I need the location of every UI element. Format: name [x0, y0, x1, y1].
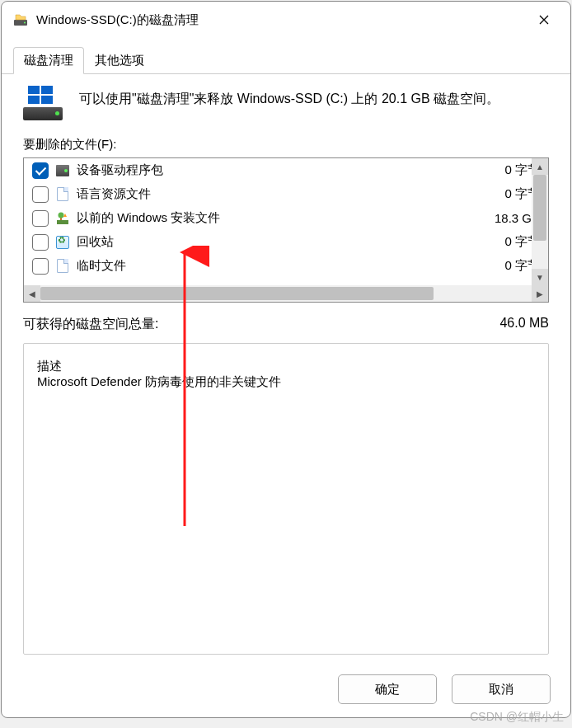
cancel-button[interactable]: 取消 — [452, 674, 551, 704]
svg-rect-2 — [57, 220, 68, 224]
file-icon — [57, 259, 68, 273]
file-checkbox[interactable] — [32, 234, 49, 251]
scroll-right-button[interactable]: ▶ — [532, 285, 548, 302]
tab-bar: 磁盘清理 其他选项 — [2, 46, 570, 74]
windows-old-icon — [56, 212, 69, 225]
file-row[interactable]: 临时文件0 字节 — [24, 254, 548, 278]
ok-button[interactable]: 确定 — [338, 674, 437, 704]
watermark: CSDN @红帽小生 — [470, 710, 564, 725]
scroll-left-button[interactable]: ◀ — [24, 285, 40, 302]
description-group: 描述 Microsoft Defender 防病毒使用的非关键文件 — [23, 343, 549, 655]
file-checkbox[interactable] — [32, 210, 49, 227]
file-checkbox[interactable] — [32, 258, 49, 275]
tab-disk-cleanup[interactable]: 磁盘清理 — [13, 47, 84, 74]
file-name: 以前的 Windows 安装文件 — [77, 210, 488, 226]
file-row[interactable]: 以前的 Windows 安装文件18.3 GB — [24, 206, 548, 230]
file-row[interactable]: 设备驱动程序包0 字节 — [24, 158, 548, 182]
total-value: 46.0 MB — [499, 316, 549, 333]
vertical-scrollbar[interactable]: ▲ ▼ — [532, 158, 548, 285]
intro-text: 可以使用"磁盘清理"来释放 Windows-SSD (C:) 上的 20.1 G… — [79, 87, 499, 110]
drive-icon — [23, 87, 63, 120]
svg-marker-5 — [63, 214, 67, 217]
file-name: 临时文件 — [77, 258, 498, 274]
files-listbox[interactable]: 设备驱动程序包0 字节语言资源文件0 字节以前的 Windows 安装文件18.… — [23, 157, 549, 303]
file-icon — [57, 187, 68, 201]
file-row[interactable]: 回收站0 字节 — [24, 230, 548, 254]
dialog-window: Windows-SSD(C:)的磁盘清理 磁盘清理 其他选项 可以使用"磁盘清理… — [1, 1, 571, 718]
driver-icon — [56, 165, 69, 176]
list-rows: 设备驱动程序包0 字节语言资源文件0 字节以前的 Windows 安装文件18.… — [24, 158, 548, 285]
window-title: Windows-SSD(C:)的磁盘清理 — [36, 12, 518, 28]
svg-point-1 — [24, 22, 26, 24]
scroll-track[interactable] — [40, 285, 532, 302]
close-icon — [539, 15, 549, 25]
recycle-bin-icon — [56, 236, 69, 249]
scroll-thumb[interactable] — [40, 287, 434, 300]
file-checkbox[interactable] — [32, 186, 49, 203]
disk-cleanup-icon — [13, 12, 28, 27]
description-text: Microsoft Defender 防病毒使用的非关键文件 — [37, 374, 535, 390]
titlebar: Windows-SSD(C:)的磁盘清理 — [2, 2, 570, 38]
total-label: 可获得的磁盘空间总量: — [23, 316, 158, 333]
scroll-up-button[interactable]: ▲ — [532, 158, 548, 175]
tab-other-options[interactable]: 其他选项 — [84, 47, 155, 74]
tab-label: 其他选项 — [95, 53, 144, 67]
button-label: 确定 — [375, 682, 400, 697]
scroll-down-button[interactable]: ▼ — [532, 269, 548, 285]
file-name: 设备驱动程序包 — [77, 162, 498, 178]
svg-point-4 — [59, 212, 64, 218]
file-checkbox[interactable] — [32, 162, 49, 179]
button-label: 取消 — [489, 682, 513, 697]
file-row[interactable]: 语言资源文件0 字节 — [24, 182, 548, 206]
intro-section: 可以使用"磁盘清理"来释放 Windows-SSD (C:) 上的 20.1 G… — [23, 87, 549, 120]
close-button[interactable] — [526, 8, 562, 31]
total-space-row: 可获得的磁盘空间总量: 46.0 MB — [23, 316, 549, 333]
tab-content: 可以使用"磁盘清理"来释放 Windows-SSD (C:) 上的 20.1 G… — [2, 74, 570, 663]
file-name: 语言资源文件 — [77, 186, 498, 202]
scroll-track[interactable] — [532, 175, 548, 269]
tab-label: 磁盘清理 — [24, 53, 73, 67]
horizontal-scrollbar[interactable]: ◀ ▶ — [24, 285, 548, 302]
files-to-delete-label: 要删除的文件(F): — [23, 137, 549, 153]
description-legend: 描述 — [37, 359, 62, 373]
scroll-thumb[interactable] — [533, 175, 546, 241]
file-name: 回收站 — [77, 234, 498, 250]
